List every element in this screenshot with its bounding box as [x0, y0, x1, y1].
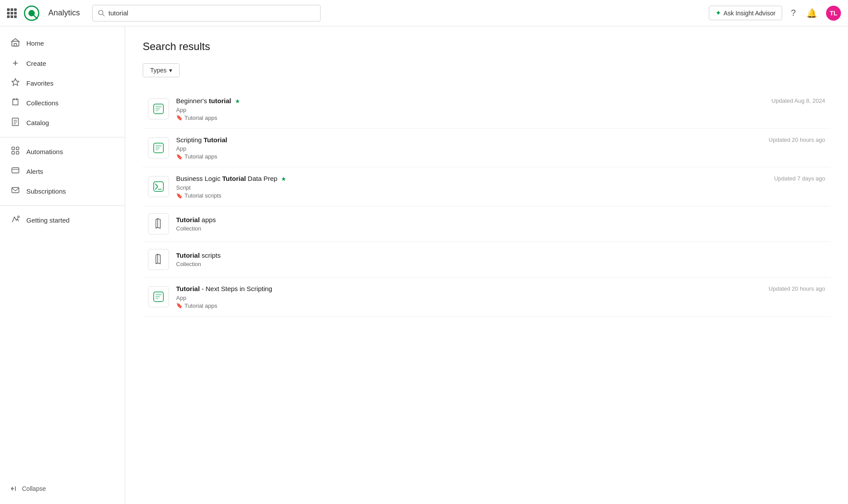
result-icon-3: [148, 176, 169, 197]
result-icon-5: [148, 249, 169, 270]
search-bar[interactable]: [92, 5, 321, 22]
result-title-1: Beginner's tutorial ★: [176, 97, 765, 105]
sidebar-label-favorites: Favorites: [26, 79, 54, 87]
result-type-5: Collection: [176, 261, 825, 267]
result-info-2: Scripting Tutorial App 🔖 Tutorial apps: [176, 136, 761, 160]
result-icon-4: [148, 213, 169, 234]
svg-rect-25: [155, 110, 159, 111]
sidebar-item-alerts[interactable]: Alerts: [0, 162, 125, 181]
result-info-3: Business Logic Tutorial Data Prep ★ Scri…: [176, 174, 767, 199]
svg-rect-23: [155, 106, 162, 108]
sidebar-item-create[interactable]: + Create: [0, 53, 125, 73]
svg-rect-33: [155, 294, 162, 295]
sidebar-label-automations: Automations: [26, 148, 63, 155]
result-info-4: Tutorial apps Collection: [176, 216, 825, 233]
svg-marker-7: [12, 79, 19, 86]
svg-rect-6: [14, 43, 17, 46]
collection-link-icon-2: 🔖: [176, 154, 183, 160]
result-title-6: Tutorial - Next Steps in Scripting: [176, 284, 761, 293]
page-title: Search results: [143, 40, 830, 53]
svg-rect-35: [155, 298, 159, 299]
result-item-4[interactable]: Tutorial apps Collection: [143, 206, 830, 242]
svg-rect-34: [155, 296, 160, 297]
home-icon: [11, 38, 20, 49]
svg-point-19: [18, 216, 19, 218]
result-date-3: Updated 7 days ago: [774, 174, 825, 182]
svg-rect-16: [12, 168, 19, 173]
avatar[interactable]: TL: [826, 6, 841, 21]
result-icon-6: [148, 286, 169, 307]
search-input[interactable]: [108, 9, 315, 17]
topbar: Analytics ✦ Ask Insight Advisor ? 🔔 TL: [0, 0, 848, 26]
search-icon: [98, 10, 105, 17]
result-title-5: Tutorial scripts: [176, 251, 825, 260]
sidebar-divider-1: [0, 137, 125, 137]
alerts-icon: [11, 166, 20, 177]
result-date-1: Updated Aug 8, 2024: [772, 97, 825, 104]
sidebar-label-collections: Collections: [26, 99, 58, 107]
types-filter-button[interactable]: Types ▾: [143, 63, 180, 77]
insight-advisor-button[interactable]: ✦ Ask Insight Advisor: [709, 6, 782, 20]
svg-rect-29: [155, 149, 159, 150]
collection-link-icon-3: 🔖: [176, 193, 183, 199]
result-collection-6: 🔖 Tutorial apps: [176, 302, 761, 309]
sidebar-item-subscriptions[interactable]: Subscriptions: [0, 181, 125, 201]
collapse-button[interactable]: Collapse: [11, 485, 114, 493]
sidebar-divider-2: [0, 205, 125, 206]
svg-rect-14: [12, 151, 14, 154]
sidebar-label-catalog: Catalog: [26, 119, 49, 126]
svg-rect-30: [154, 182, 163, 191]
svg-rect-13: [16, 147, 19, 150]
sidebar-item-favorites[interactable]: Favorites: [0, 73, 125, 93]
main-layout: Home + Create Favorites Collections Cata…: [0, 26, 848, 504]
collection-link-icon-6: 🔖: [176, 302, 183, 309]
result-type-4: Collection: [176, 225, 825, 232]
result-item-1[interactable]: Beginner's tutorial ★ App 🔖 Tutorial app…: [143, 90, 830, 129]
collections-icon: [11, 97, 20, 108]
result-info-1: Beginner's tutorial ★ App 🔖 Tutorial app…: [176, 97, 765, 121]
sparkle-icon: ✦: [715, 9, 721, 17]
result-item-6[interactable]: Tutorial - Next Steps in Scripting App 🔖…: [143, 277, 830, 317]
result-date-6: Updated 20 hours ago: [769, 284, 825, 292]
sidebar: Home + Create Favorites Collections Cata…: [0, 26, 125, 504]
svg-rect-15: [16, 151, 19, 154]
collapse-icon: [11, 485, 18, 493]
result-item-3[interactable]: Business Logic Tutorial Data Prep ★ Scri…: [143, 167, 830, 206]
getting-started-icon: [11, 215, 20, 226]
sidebar-item-getting-started[interactable]: Getting started: [0, 210, 125, 230]
content-area: Search results Types ▾ Beginner's tutori…: [125, 26, 848, 504]
svg-rect-28: [155, 148, 160, 148]
notifications-button[interactable]: 🔔: [805, 6, 819, 20]
sidebar-label-getting-started: Getting started: [26, 216, 69, 224]
result-title-3: Business Logic Tutorial Data Prep ★: [176, 174, 767, 183]
sidebar-item-catalog[interactable]: Catalog: [0, 113, 125, 133]
result-icon-1: [148, 98, 169, 119]
result-title-2: Scripting Tutorial: [176, 136, 761, 144]
create-icon: +: [11, 58, 20, 69]
sidebar-bottom: Collapse: [0, 480, 125, 497]
collapse-label: Collapse: [22, 485, 46, 492]
result-collection-1: 🔖 Tutorial apps: [176, 115, 765, 121]
automations-icon: [11, 146, 20, 157]
svg-rect-12: [12, 147, 14, 150]
svg-line-4: [103, 14, 105, 16]
result-info-6: Tutorial - Next Steps in Scripting App 🔖…: [176, 284, 761, 309]
result-type-6: App: [176, 295, 761, 301]
svg-rect-18: [12, 187, 19, 193]
svg-line-2: [34, 15, 37, 18]
types-label: Types: [150, 67, 166, 74]
sidebar-item-automations[interactable]: Automations: [0, 142, 125, 162]
result-item-2[interactable]: Scripting Tutorial App 🔖 Tutorial apps U…: [143, 129, 830, 168]
help-button[interactable]: ?: [789, 6, 797, 20]
result-collection-3: 🔖 Tutorial scripts: [176, 192, 767, 199]
result-type-1: App: [176, 107, 765, 113]
sidebar-label-home: Home: [26, 40, 44, 47]
favorites-icon: [11, 78, 20, 89]
sidebar-label-create: Create: [26, 60, 46, 67]
result-item-5[interactable]: Tutorial scripts Collection: [143, 242, 830, 277]
collection-link-icon-1: 🔖: [176, 115, 183, 121]
sidebar-item-home[interactable]: Home: [0, 33, 125, 53]
result-title-4: Tutorial apps: [176, 216, 825, 224]
sidebar-item-collections[interactable]: Collections: [0, 93, 125, 113]
grid-menu-icon[interactable]: [7, 8, 17, 18]
